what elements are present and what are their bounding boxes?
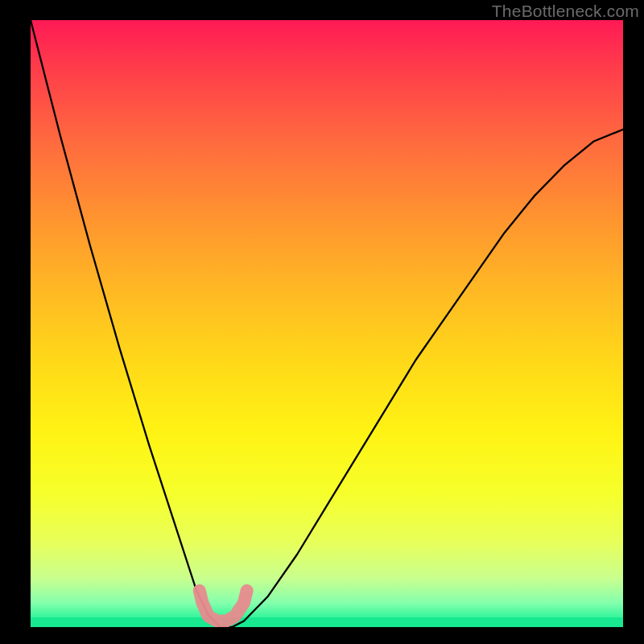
curve-layer xyxy=(31,20,623,627)
plot-area xyxy=(31,20,623,627)
watermark-text: TheBottleneck.com xyxy=(492,2,639,21)
chart-frame: TheBottleneck.com xyxy=(0,0,644,644)
highlight-band-path xyxy=(200,591,247,621)
bottleneck-curve-path xyxy=(31,20,623,627)
